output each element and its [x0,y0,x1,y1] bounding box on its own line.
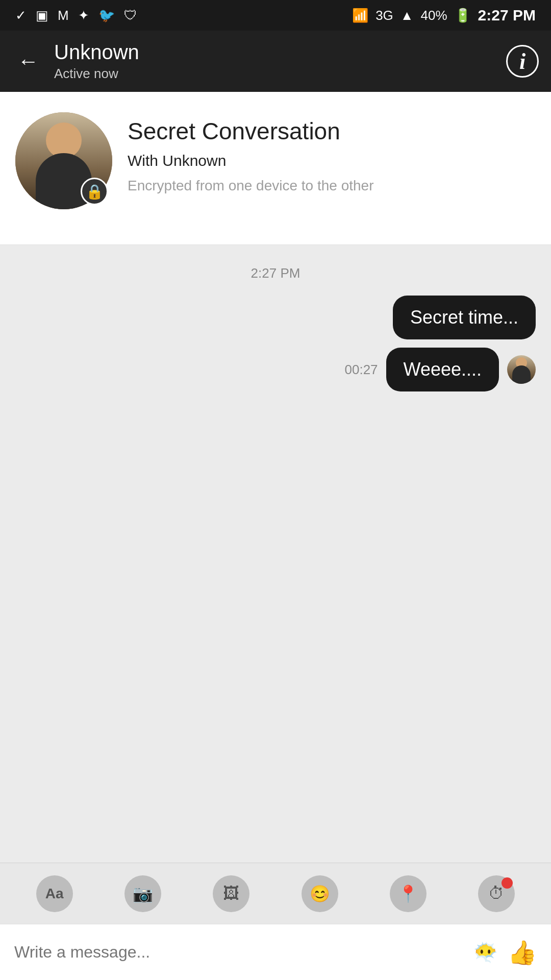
contact-avatar-wrapper: 🔒 [15,112,112,209]
camera-button[interactable]: 📷 [124,875,161,912]
input-bar: 😶‍🌫️ 👍 [0,924,551,980]
secret-text-block: Secret Conversation With Unknown Encrypt… [128,112,536,195]
emoji-icon: 😊 [310,884,330,903]
check-icon: ✓ [15,8,27,23]
lock-badge: 🔒 [81,178,108,205]
small-avatar-body [512,365,531,384]
action-bar: Aa 📷 🖼 😊 📍 ⏱ [0,863,551,924]
timer-button[interactable]: ⏱ [478,875,515,912]
screen-icon: ▣ [36,8,48,23]
battery-label: 40% [421,8,447,23]
message-bubble: Secret time... [393,296,536,339]
gmail-icon: M [58,8,69,23]
info-button[interactable]: i [506,45,539,78]
avatar-body [36,153,92,209]
timer-icon: ⏱ [488,884,505,903]
message-input[interactable] [14,943,463,962]
status-bar: ✓ ▣ M ✦ 🐦 🛡 📶 3G ▲ 40% 🔋 2:27 PM [0,0,551,31]
image-icon: 🖼 [223,884,239,903]
message-bubble-row: 00:27 Weeee.... [345,348,536,391]
time-label: 2:27 PM [478,7,536,24]
contact-status: Active now [54,66,496,82]
message-bubble: Weeee.... [386,348,499,391]
contact-name: Unknown [54,41,496,64]
status-icons-right: 📶 3G ▲ 40% 🔋 2:27 PM [352,7,536,24]
signal-icon: ▲ [400,8,414,23]
battery-icon: 🔋 [455,8,471,23]
wifi-icon: 📶 [352,8,368,23]
message-timer: 00:27 [345,362,378,378]
chat-area: 🔒 Secret Conversation With Unknown Encry… [0,92,551,863]
messages-area: 2:27 PM Secret time... 00:27 Weeee.... [0,245,551,863]
sender-avatar-small [507,355,536,384]
location-button[interactable]: 📍 [390,875,427,912]
network-label: 3G [375,8,393,23]
back-button[interactable]: ← [12,44,44,79]
sticker-emoji-icon[interactable]: 😶‍🌫️ [473,941,497,964]
status-icons-left: ✓ ▣ M ✦ 🐦 🛡 [15,8,137,23]
lock-icon: 🔒 [86,183,104,200]
secret-conversation-title: Secret Conversation [128,117,536,145]
text-mode-icon: Aa [45,886,64,902]
camera-icon: 📷 [133,884,153,903]
secret-description: Encrypted from one device to the other [128,176,536,195]
text-mode-button[interactable]: Aa [36,875,73,912]
app-bar: ← Unknown Active now i [0,31,551,92]
emoji-button[interactable]: 😊 [302,875,338,912]
message-timestamp: 2:27 PM [15,265,536,281]
location-icon: 📍 [398,884,418,903]
image-button[interactable]: 🖼 [213,875,249,912]
shield-icon: 🛡 [124,8,137,23]
share-icon: ✦ [78,8,89,23]
messages-list: Secret time... 00:27 Weeee.... [15,296,536,391]
twitter-icon: 🐦 [98,8,115,23]
secret-with-label: With Unknown [128,152,536,169]
secret-intro-card: 🔒 Secret Conversation With Unknown Encry… [0,92,551,245]
like-button[interactable]: 👍 [508,939,537,966]
header-info: Unknown Active now [54,41,496,82]
